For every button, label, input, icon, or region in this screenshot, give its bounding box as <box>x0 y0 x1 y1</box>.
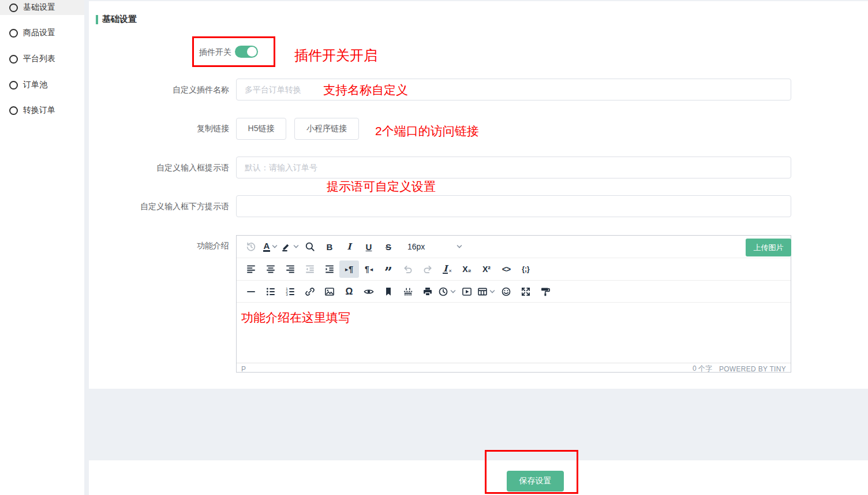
editor-body[interactable]: 功能介绍在这里填写 <box>237 303 791 363</box>
font-size-select[interactable]: 16px <box>403 238 467 255</box>
emoji-icon[interactable] <box>496 283 516 300</box>
rtl-icon[interactable]: ¶◀ <box>359 260 379 278</box>
editor-toolbar-row-2: ▶¶¶◀”I×X₂X²<>{;} <box>237 258 791 281</box>
plugin-name-input[interactable] <box>236 79 791 101</box>
section-title: 基础设置 <box>102 11 137 27</box>
annotation-hint-note: 提示语可自定义设置 <box>327 178 436 195</box>
sidebar-item-label: 转换订单 <box>23 105 55 116</box>
table-icon[interactable] <box>477 283 496 300</box>
superscript-icon[interactable]: X² <box>477 260 496 278</box>
strikethrough-icon[interactable]: S <box>379 238 398 255</box>
feature-intro-label: 功能介绍 <box>197 240 229 251</box>
editor-toolbar-row-3: 123Ω <box>237 281 791 303</box>
horizontal-rule-icon[interactable] <box>241 283 261 300</box>
fullscreen-icon[interactable] <box>516 283 536 300</box>
settings-page: 基础设置商品设置平台列表订单池转换订单 基础设置 插件开关 插件开关开启 自定义… <box>0 0 868 495</box>
footer-bar <box>89 460 868 495</box>
link-icon[interactable] <box>300 283 320 300</box>
sidebar-item[interactable]: 商品设置 <box>0 25 84 40</box>
format-painter-icon[interactable] <box>536 283 555 300</box>
indent-icon[interactable] <box>320 260 339 278</box>
search-icon[interactable] <box>300 238 320 255</box>
annotation-link-note: 2个端口的访问链接 <box>375 123 479 139</box>
preview-icon[interactable] <box>359 283 379 300</box>
restore-draft-icon[interactable] <box>241 238 261 255</box>
image-icon[interactable] <box>320 283 339 300</box>
powered-by-tiny: POWERED BY TINY <box>719 365 786 373</box>
chevron-down-icon <box>271 243 278 250</box>
redo-icon[interactable] <box>418 260 437 278</box>
undo-icon[interactable] <box>398 260 418 278</box>
sidebar-item-label: 基础设置 <box>23 2 55 13</box>
element-path: P <box>241 365 246 373</box>
toggle-knob <box>247 47 257 57</box>
sidebar-item[interactable]: 基础设置 <box>0 0 84 15</box>
input-sub-hint-label: 自定义输入框下方提示语 <box>140 200 229 212</box>
chevron-down-icon <box>450 288 457 295</box>
anchor-icon[interactable] <box>379 283 398 300</box>
highlight-color-icon[interactable] <box>280 238 300 255</box>
annotation-name-note: 支持名称自定义 <box>323 82 408 98</box>
align-left-icon[interactable] <box>241 260 261 278</box>
h5-link-button[interactable]: H5链接 <box>236 118 286 140</box>
print-icon[interactable] <box>418 283 437 300</box>
underline-icon[interactable]: U <box>359 238 379 255</box>
sidebar-item-label: 平台列表 <box>23 54 55 64</box>
toggle-label: 插件开关 <box>199 46 231 58</box>
clear-format-icon[interactable]: I× <box>437 260 457 278</box>
circle-icon <box>9 81 18 90</box>
code-sample-icon[interactable]: {;} <box>516 260 536 278</box>
editor-status-bar: P 0 个字 POWERED BY TINY <box>237 363 791 374</box>
rich-text-editor: ABIUS16px ▶¶¶◀”I×X₂X²<>{;} 123Ω 功能介绍在这里填… <box>236 235 791 373</box>
subscript-icon[interactable]: X₂ <box>457 260 477 278</box>
datetime-icon[interactable] <box>437 283 457 300</box>
circle-icon <box>9 3 18 12</box>
sidebar-item[interactable]: 平台列表 <box>0 51 84 66</box>
bold-icon[interactable]: B <box>320 238 339 255</box>
blockquote-icon[interactable]: ” <box>379 260 398 278</box>
page-break-icon[interactable] <box>398 283 418 300</box>
text-color-icon[interactable]: A <box>261 238 280 255</box>
editor-toolbar-row-1: ABIUS16px <box>237 236 791 258</box>
align-right-icon[interactable] <box>280 260 300 278</box>
code-icon[interactable]: <> <box>496 260 516 278</box>
bullet-list-icon[interactable] <box>261 283 280 300</box>
sidebar-menu: 基础设置商品设置平台列表订单池转换订单 <box>0 0 84 495</box>
section-accent-bar <box>96 15 98 24</box>
upload-image-button[interactable]: 上传图片 <box>746 239 791 256</box>
ltr-icon[interactable]: ▶¶ <box>339 260 359 278</box>
sidebar-item-label: 商品设置 <box>23 28 55 38</box>
chevron-down-icon <box>456 243 463 250</box>
italic-icon[interactable]: I <box>339 238 359 255</box>
align-center-icon[interactable] <box>261 260 280 278</box>
input-hint-input[interactable] <box>236 157 791 178</box>
word-count: 0 个字 <box>693 364 712 374</box>
mini-program-link-button[interactable]: 小程序链接 <box>294 118 359 140</box>
sidebar-item[interactable]: 订单池 <box>0 77 84 92</box>
circle-icon <box>9 55 18 64</box>
save-settings-button[interactable]: 保存设置 <box>507 471 564 492</box>
media-icon[interactable] <box>457 283 477 300</box>
sidebar-item[interactable]: 转换订单 <box>0 103 84 118</box>
chevron-down-icon <box>489 288 496 295</box>
chevron-down-icon <box>293 243 300 250</box>
outdent-icon[interactable] <box>300 260 320 278</box>
sidebar-item-label: 订单池 <box>23 80 47 90</box>
input-hint-label: 自定义输入框提示语 <box>156 162 229 173</box>
input-sub-hint-input[interactable] <box>236 195 791 217</box>
plugin-name-label: 自定义插件名称 <box>173 84 229 95</box>
special-char-icon[interactable]: Ω <box>339 283 359 300</box>
circle-icon <box>9 106 18 115</box>
svg-text:3: 3 <box>286 292 288 296</box>
circle-icon <box>9 29 18 38</box>
copy-link-label: 复制链接 <box>197 122 229 134</box>
annotation-toggle-note: 插件开关开启 <box>294 46 377 65</box>
plugin-toggle[interactable] <box>235 46 258 58</box>
numbered-list-icon[interactable]: 123 <box>280 283 300 300</box>
